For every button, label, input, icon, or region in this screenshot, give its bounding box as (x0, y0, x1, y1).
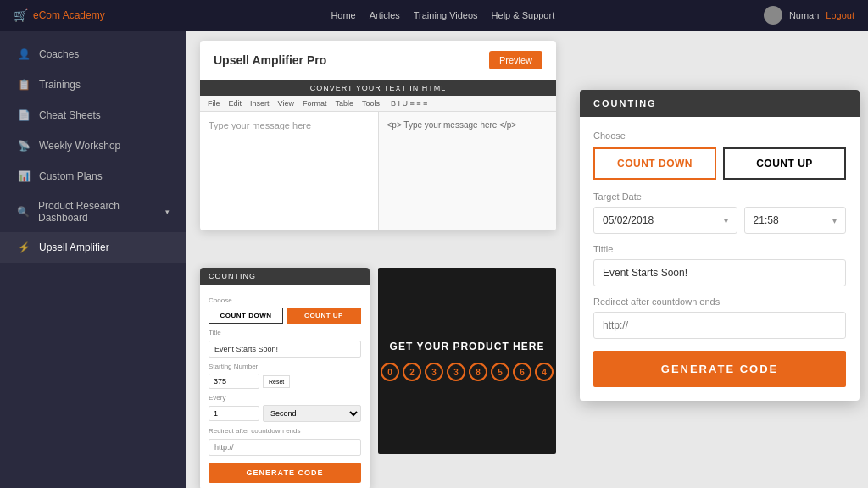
counting-main-panel: COUNTING Choose COUNT DOWN COUNT UP Targ… (580, 90, 860, 401)
sidebar-item-workshop[interactable]: 📡 Weekly Workshop (0, 130, 186, 161)
brand-name: eCom Academy (33, 9, 105, 21)
upsell-card: Upsell Amplifier Pro Preview CONVERT YOU… (200, 41, 556, 230)
sidebar-item-custom-plans[interactable]: 📊 Custom Plans (0, 161, 186, 191)
chevron-down-icon: ▾ (724, 216, 728, 225)
editor-split: Type your message here <p> Type your mes… (200, 112, 556, 230)
nav-help[interactable]: Help & Support (492, 10, 555, 20)
cs-choose-label: Choose (209, 297, 361, 304)
cs-title-input[interactable] (209, 341, 361, 358)
cs-every-input[interactable] (209, 406, 259, 421)
toolbar-table[interactable]: Table (332, 98, 356, 108)
toolbar-formatting-btns: B I U ≡ ≡ ≡ (391, 99, 427, 108)
circle-2: 2 (403, 363, 421, 381)
product-preview-text: GET YOUR PRODUCT HERE (390, 341, 545, 352)
toolbar-format[interactable]: Format (300, 98, 330, 108)
cs-starting-label: Starting Number (209, 363, 361, 370)
cs-starting-row: Reset (209, 374, 361, 389)
upsell-card-header: Upsell Amplifier Pro Preview (200, 41, 556, 80)
workshop-icon: 📡 (17, 139, 31, 152)
cs-every-label: Every (209, 394, 361, 402)
cm-time-value: 21:58 (754, 214, 779, 226)
chevron-down-icon-time: ▾ (832, 216, 837, 225)
sidebar-item-upsell-amplifier[interactable]: ⚡ Upsell Amplifier (0, 232, 186, 263)
nav-links: Home Articles Training Videos Help & Sup… (122, 10, 764, 20)
username: Numan (789, 10, 819, 20)
circle-0: 0 (381, 363, 399, 381)
logout-link[interactable]: Logout (826, 10, 854, 20)
cm-title-label: Tittle (593, 244, 846, 254)
editor-left-pane[interactable]: Type your message here (200, 112, 379, 230)
circle-8: 8 (469, 363, 487, 381)
cm-generate-btn[interactable]: GENERATE CODE (593, 351, 846, 387)
toolbar-insert[interactable]: Insert (248, 98, 272, 108)
circle-5: 5 (491, 363, 509, 381)
cm-date-select[interactable]: 05/02/2018 ▾ (593, 207, 737, 234)
cs-reset-btn[interactable]: Reset (263, 375, 290, 388)
toolbar-view[interactable]: View (275, 98, 297, 108)
editor-right-pane: <p> Type your message here </p> (379, 112, 557, 230)
sidebar-label-workshop: Weekly Workshop (39, 140, 120, 152)
top-nav: 🛒 eCom Academy Home Articles Training Vi… (0, 0, 868, 30)
sidebar-label-product-research: Product Research Dashboard (38, 200, 157, 224)
product-research-icon: 🔍 (17, 205, 30, 219)
toolbar-file[interactable]: File (205, 98, 223, 108)
cm-redirect-input[interactable] (593, 312, 846, 339)
circle-3b: 3 (447, 363, 465, 381)
counting-main-header: COUNTING (580, 90, 860, 117)
cm-time-select[interactable]: 21:58 ▾ (744, 207, 846, 234)
cs-starting-input[interactable] (209, 374, 259, 389)
cm-date-value: 05/02/2018 (603, 214, 654, 226)
main-content: Upsell Amplifier Pro Preview CONVERT YOU… (186, 30, 868, 488)
sidebar-label-trainings: Trainings (39, 79, 81, 91)
cs-generate-btn[interactable]: GENERATE CODE (209, 463, 361, 483)
cm-target-date-label: Target Date (593, 191, 846, 202)
sidebar: 👤 Coaches 📋 Trainings 📄 Cheat Sheets 📡 W… (0, 30, 186, 488)
nav-training[interactable]: Training Videos (414, 10, 478, 20)
brand: 🛒 eCom Academy (14, 8, 105, 22)
sidebar-item-coaches[interactable]: 👤 Coaches (0, 39, 186, 69)
countdown-circles: 0 2 3 3 8 5 6 4 (381, 363, 554, 381)
sidebar-item-product-research[interactable]: 🔍 Product Research Dashboard ▾ (0, 191, 186, 232)
coaches-icon: 👤 (17, 47, 31, 61)
upsell-icon: ⚡ (17, 241, 31, 254)
cs-choose-buttons: COUNT DOWN COUNT UP (209, 308, 361, 324)
preview-button[interactable]: Preview (489, 51, 542, 69)
editor-toolbar: File Edit Insert View Format Table Tools… (200, 96, 556, 112)
cs-redirect-label: Redirect after countdown ends (209, 427, 361, 435)
nav-right: Numan Logout (764, 6, 854, 25)
cs-every-row: Second (209, 405, 361, 422)
cs-every-select[interactable]: Second (263, 405, 361, 422)
cm-count-down-btn[interactable]: COUNT DOWN (593, 147, 716, 180)
brand-icon: 🛒 (14, 8, 28, 22)
html-bar: CONVERT YOUR TEXT IN HTML (200, 80, 556, 96)
sidebar-label-cheatsheets: Cheat Sheets (39, 109, 101, 121)
cm-choose-buttons: COUNT DOWN COUNT UP (593, 147, 846, 180)
nav-articles[interactable]: Articles (370, 10, 400, 20)
cs-redirect-input[interactable] (209, 439, 361, 456)
editor-html-preview: <p> Type your message here </p> (387, 120, 517, 130)
cm-redirect-label: Redirect after countdown ends (593, 297, 846, 307)
cheatsheets-icon: 📄 (17, 108, 31, 122)
cm-choose-label: Choose (593, 130, 846, 141)
cm-count-up-btn[interactable]: COUNT UP (723, 147, 846, 180)
sidebar-item-cheatsheets[interactable]: 📄 Cheat Sheets (0, 100, 186, 130)
avatar (764, 6, 782, 25)
toolbar-tools[interactable]: Tools (359, 98, 382, 108)
sidebar-label-coaches: Coaches (39, 48, 79, 60)
cm-title-input[interactable] (593, 259, 846, 286)
custom-plans-icon: 📊 (17, 169, 31, 183)
counting-small-header: COUNTING (200, 268, 370, 285)
counting-small-body: Choose COUNT DOWN COUNT UP Title Startin… (200, 285, 370, 488)
nav-home[interactable]: Home (331, 10, 355, 20)
sidebar-label-custom-plans: Custom Plans (39, 170, 103, 182)
upsell-card-title: Upsell Amplifier Pro (214, 53, 326, 67)
toolbar-edit[interactable]: Edit (226, 98, 245, 108)
product-preview: GET YOUR PRODUCT HERE 0 2 3 3 8 5 6 4 (378, 268, 556, 454)
trainings-icon: 📋 (17, 78, 31, 92)
cs-count-up-btn[interactable]: COUNT UP (287, 308, 361, 324)
sidebar-item-trainings[interactable]: 📋 Trainings (0, 69, 186, 100)
counting-main-body: Choose COUNT DOWN COUNT UP Target Date 0… (580, 117, 860, 401)
cs-count-down-btn[interactable]: COUNT DOWN (209, 308, 283, 324)
chevron-down-icon: ▾ (165, 208, 170, 216)
circle-3a: 3 (425, 363, 443, 381)
